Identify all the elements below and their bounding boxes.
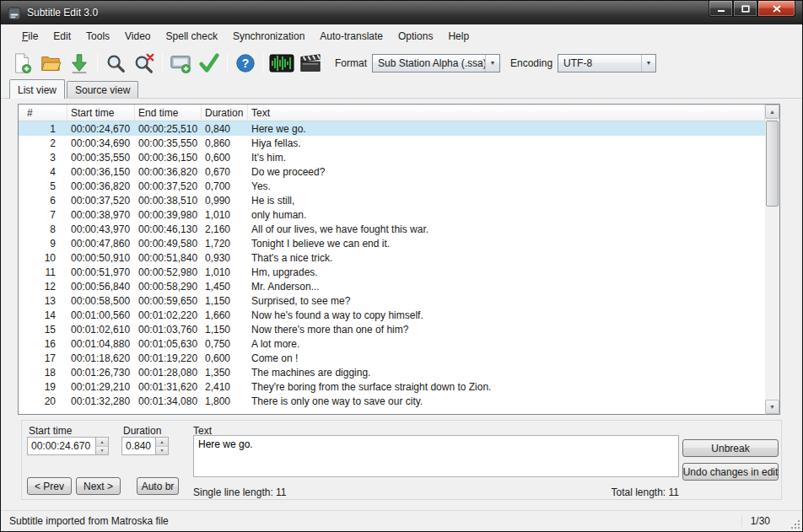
cell-duration: 1,720 xyxy=(202,238,248,250)
subtitle-row[interactable]: 1000:00:50,91000:00:51,8400,930That's a … xyxy=(19,250,765,265)
open-file-button[interactable] xyxy=(36,50,65,77)
unbreak-button[interactable]: Unbreak xyxy=(682,439,779,457)
cell-num: 3 xyxy=(19,152,67,164)
cell-duration: 1,150 xyxy=(202,324,248,336)
cell-start: 00:00:36,820 xyxy=(67,180,135,192)
title-bar[interactable]: Subtitle Edit 3.0 xyxy=(1,1,802,24)
search-icon xyxy=(105,52,127,74)
menu-video[interactable]: Video xyxy=(117,26,158,46)
cell-start: 00:00:37,520 xyxy=(67,195,135,207)
replace-button[interactable] xyxy=(130,50,159,77)
cell-text: Mr. Anderson... xyxy=(248,281,765,293)
video-clapper-button[interactable] xyxy=(296,50,325,77)
cell-end: 00:01:05,630 xyxy=(135,338,202,350)
window-controls xyxy=(709,1,795,17)
menu-file[interactable]: File xyxy=(14,26,46,46)
spin-down-icon[interactable]: ▼ xyxy=(156,446,168,455)
subtitle-row[interactable]: 1100:00:51,97000:00:52,9801,010Hm, upgra… xyxy=(19,265,765,279)
minimize-button[interactable] xyxy=(709,1,733,17)
subtitle-row[interactable]: 1800:01:26,73000:01:28,0801,350The machi… xyxy=(19,365,765,379)
subtitle-text-input[interactable]: Here we go. xyxy=(193,435,679,477)
duration-input[interactable]: 0.840 ▲ ▼ xyxy=(121,437,169,455)
duration-spinner: ▲ ▼ xyxy=(155,438,168,454)
subtitle-row[interactable]: 300:00:35,55000:00:36,1500,600It's him. xyxy=(19,150,765,164)
next-button[interactable]: Next > xyxy=(76,477,121,495)
subtitle-row[interactable]: 100:00:24,67000:00:25,5100,840Here we go… xyxy=(19,121,765,136)
subtitle-row[interactable]: 1500:01:02,61000:01:03,7601,150Now there… xyxy=(19,322,765,336)
subtitle-row[interactable]: 800:00:43,97000:00:46,1302,160All of our… xyxy=(19,222,765,236)
resize-grip[interactable] xyxy=(790,519,800,529)
cell-end: 00:00:49,580 xyxy=(135,238,202,250)
maximize-button[interactable] xyxy=(733,1,757,17)
cell-end: 00:00:38,510 xyxy=(135,195,202,207)
subtitle-row[interactable]: 1700:01:18,62000:01:19,2200,600Come on ! xyxy=(19,351,765,365)
new-file-button[interactable] xyxy=(8,50,36,77)
scrollbar-track[interactable] xyxy=(765,119,779,400)
cell-text: Here we go. xyxy=(248,123,765,135)
tab-list-view[interactable]: List view xyxy=(9,79,65,99)
subtitle-row[interactable]: 700:00:38,97000:00:39,9801,010only human… xyxy=(19,207,765,222)
cell-text: All of our lives, we have fought this wa… xyxy=(248,223,765,235)
menu-help[interactable]: Help xyxy=(440,26,477,46)
cell-text: Now there's more than one of him? xyxy=(248,324,765,336)
close-button[interactable] xyxy=(757,1,795,17)
cell-duration: 0,600 xyxy=(202,352,248,364)
column-header-end-time[interactable]: End time xyxy=(135,105,202,121)
total-length: Total length: 11 xyxy=(193,486,679,498)
scrollbar-thumb[interactable] xyxy=(766,121,779,207)
column-header-duration[interactable]: Duration xyxy=(202,105,248,121)
subtitle-row[interactable]: 1200:00:56,84000:00:58,2901,450Mr. Ander… xyxy=(19,279,765,293)
subtitle-row[interactable]: 1600:01:04,88000:01:05,6300,750A lot mor… xyxy=(19,336,765,351)
subtitle-row[interactable]: 200:00:34,69000:00:35,5500,860Hiya fella… xyxy=(19,136,765,150)
toolbar-separator xyxy=(263,53,264,73)
spin-down-icon[interactable]: ▼ xyxy=(96,446,108,455)
scroll-down-icon[interactable]: ▼ xyxy=(765,400,779,414)
column-header-start-time[interactable]: Start time xyxy=(67,105,135,121)
subtitle-row[interactable]: 400:00:36,15000:00:36,8200,670Do we proc… xyxy=(19,164,765,179)
menu-edit[interactable]: Edit xyxy=(46,26,78,46)
undo-changes-button[interactable]: Undo changes in edit xyxy=(682,463,779,481)
scroll-up-icon[interactable]: ▲ xyxy=(765,105,779,119)
menu-synchronization[interactable]: Synchronization xyxy=(225,26,312,46)
column-header-number[interactable]: # xyxy=(19,105,67,121)
encoding-value: UTF-8 xyxy=(558,57,641,69)
menu-options[interactable]: Options xyxy=(391,26,440,46)
chevron-down-icon: ▼ xyxy=(485,55,499,72)
cell-num: 11 xyxy=(19,266,67,278)
encoding-label: Encoding xyxy=(510,57,552,69)
encoding-dropdown[interactable]: UTF-8 ▼ xyxy=(558,54,656,73)
subtitle-row[interactable]: 1400:01:00,56000:01:02,2201,660Now he's … xyxy=(19,308,765,322)
subtitle-row[interactable]: 600:00:37,52000:00:38,5100,990He is stil… xyxy=(19,193,765,207)
format-dropdown[interactable]: Sub Station Alpha (.ssa) ▼ xyxy=(372,54,500,73)
cell-start: 00:01:00,560 xyxy=(67,309,135,321)
find-button[interactable] xyxy=(101,50,130,77)
cell-start: 00:01:29,210 xyxy=(67,381,135,393)
vertical-scrollbar[interactable]: ▲ ▼ xyxy=(765,105,779,414)
subtitle-row[interactable]: 500:00:36,82000:00:37,5200,700Yes. xyxy=(19,179,765,193)
menu-auto-translate[interactable]: Auto-translate xyxy=(312,26,391,46)
cell-num: 12 xyxy=(19,281,67,293)
subtitle-row[interactable]: 1900:01:29,21000:01:31,6202,410They're b… xyxy=(19,379,765,394)
menu-tools[interactable]: Tools xyxy=(78,26,117,46)
cell-duration: 0,930 xyxy=(202,252,248,264)
waveform-button[interactable] xyxy=(267,50,296,77)
save-button[interactable] xyxy=(65,50,94,77)
subtitle-row[interactable]: 1300:00:58,50000:00:59,6501,150Surprised… xyxy=(19,293,765,308)
subtitle-row[interactable]: 2000:01:32,28000:01:34,0801,800There is … xyxy=(19,394,765,408)
help-button[interactable]: ? xyxy=(231,50,260,77)
visual-sync-button[interactable] xyxy=(166,50,195,77)
subtitle-row[interactable]: 900:00:47,86000:00:49,5801,720Tonight I … xyxy=(19,236,765,250)
start-time-input[interactable]: 00:00:24.670 ▲ ▼ xyxy=(27,437,109,455)
subtitle-list-body: 100:00:24,67000:00:25,5100,840Here we go… xyxy=(19,121,765,414)
prev-button[interactable]: < Prev xyxy=(27,477,72,495)
spin-up-icon[interactable]: ▲ xyxy=(156,438,168,446)
cell-text: only human. xyxy=(248,209,765,221)
menu-spell-check[interactable]: Spell check xyxy=(159,26,225,46)
cell-end: 00:00:25,510 xyxy=(135,123,202,135)
cell-num: 10 xyxy=(19,252,67,264)
tab-source-view[interactable]: Source view xyxy=(67,81,138,98)
column-header-text[interactable]: Text xyxy=(248,105,765,121)
spin-up-icon[interactable]: ▲ xyxy=(96,438,108,446)
spell-check-button[interactable] xyxy=(195,50,224,77)
auto-br-button[interactable]: Auto br xyxy=(137,477,179,495)
